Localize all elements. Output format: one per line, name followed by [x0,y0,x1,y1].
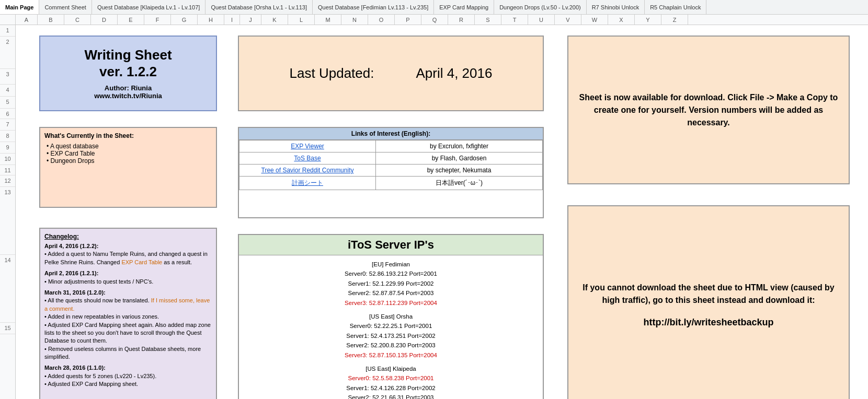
server-orsha-0: Server0: 52.22.25.1 Port=2001 [243,321,539,331]
row-num-11: 11 [0,165,15,175]
tab-exp-card-mapping[interactable]: EXP Card Mapping [434,0,494,14]
col-header-a: A [16,15,38,25]
row-num-13: 13 [0,187,15,255]
ips-content: [EU] Fedimian Server0: 52.86.193.212 Por… [239,255,543,399]
changelog-item-3-3: • Removed useless columns in Quest Datab… [44,345,212,361]
col-header-o: O [368,15,395,25]
col-header-b: B [38,15,64,25]
tab-comment-sheet[interactable]: Comment Sheet [39,0,92,14]
links-desc-1: by Excrulon, fxfighter [376,140,543,152]
tab-quest-db-orsha[interactable]: Quest Database [Orsha Lv.1 - Lv.113] [205,0,313,14]
whats-in-sheet-box: What's Currently in the Sheet: • A quest… [39,127,217,208]
col-header-l: L [288,15,315,25]
writing-sheet-author: Author: Riunia [105,84,152,92]
changelog-entry-2: April 2, 2016 (1.2.1): • Minor adjustmen… [44,269,212,286]
server-eu-0: Server0: 52.86.193.212 Port=2001 [243,269,539,278]
changelog-item-1-0: • Added a quest to Namu Temple Ruins, an… [44,250,212,266]
col-header-x: X [608,15,635,25]
links-row-2: ToS Base by Flash, Gardosen [239,152,543,165]
col-header-n: N [341,15,368,25]
whats-item-2: • EXP Card Table [47,150,212,157]
server-group-eu-name: [EU] Fedimian [243,260,539,269]
links-row-3: Tree of Savior Reddit Community by schep… [239,165,543,177]
server-eu-3: Server3: 52.87.112.239 Port=2004 [243,298,539,308]
row-num-15: 15 [0,323,15,334]
changelog-date-1: April 4, 2016 (1.2.2): [44,242,212,250]
col-header-e: E [118,15,144,25]
links-row-1: EXP Viewer by Excrulon, fxfighter [239,140,543,152]
ips-header: iToS Server IP's [239,235,543,255]
links-row-4: 計画シート 日本語ver(´･ω･`) [239,177,543,190]
server-orsha-1: Server1: 52.4.173.251 Port=2002 [243,331,539,341]
server-group-klaipeda: [US East] Klaipeda Server0: 52.5.58.238 … [243,364,539,399]
row-num-12: 12 [0,175,15,187]
row-numbers: 1 2 3 4 5 6 7 8 9 10 11 12 13 14 15 [0,25,16,399]
row-num-9: 9 [0,142,15,154]
info-top-text: Sheet is now available for download. Cli… [579,91,838,129]
content-area: Writing Sheet ver. 1.2.2 Author: Riunia … [16,25,868,399]
ips-box: iToS Server IP's [EU] Fedimian Server0: … [238,234,544,399]
writing-sheet-website: www.twitch.tv/Riunia [94,92,162,100]
server-group-orsha-name: [US East] Orsha [243,312,539,321]
row-num-5: 5 [0,97,15,109]
server-klaipeda-2: Server2: 52.21.66.31 Port=2003 [243,393,539,399]
changelog-item-3-0: • All the quests should now be translate… [44,297,212,313]
links-header: Links of Interest (English): [239,128,543,140]
col-header-i: I [224,15,240,25]
server-eu-1: Server1: 52.1.229.99 Port=2002 [243,279,539,288]
col-header-c: C [64,15,91,25]
last-updated-box: Last Updated: April 4, 2016 [238,36,544,111]
changelog-item-3-1: • Added in new repeatables in various zo… [44,313,212,321]
links-link-2[interactable]: ToS Base [239,152,376,165]
changelog-entry-1: April 4, 2016 (1.2.2): • Added a quest t… [44,242,212,266]
col-header-g: G [171,15,198,25]
changelog-entry-4: March 28, 2016 (1.1.0): • Added quests f… [44,364,212,388]
col-header-q: Q [421,15,448,25]
server-klaipeda-0: Server0: 52.5.58.238 Port=2001 [243,373,539,383]
tab-r7-shinobi[interactable]: R7 Shinobi Unlock [587,0,645,14]
changelog-box: Changelog: April 4, 2016 (1.2.2): • Adde… [39,228,217,399]
col-header-m: M [315,15,341,25]
writing-sheet-title: Writing Sheet ver. 1.2.2 [84,47,172,79]
info-bottom-link[interactable]: http://bit.ly/writesheetbackup [643,317,773,328]
tab-bar: Main Page Comment Sheet Quest Database [… [0,0,868,15]
whats-item-3: • Dungeon Drops [47,157,212,165]
corner-cell [0,15,16,25]
server-orsha-2: Server2: 52.200.8.230 Port=2003 [243,341,539,350]
links-link-4[interactable]: 計画シート [239,177,376,190]
row-num-10: 10 [0,154,15,165]
col-header-j: J [240,15,261,25]
changelog-date-3: March 31, 2016 (1.2.0): [44,289,212,297]
whats-heading: What's Currently in the Sheet: [44,132,212,139]
column-headers: A B C D E F G H I J K L M N O P Q R S T … [0,15,868,25]
last-updated-label: Last Updated: [290,65,374,81]
col-header-w: W [581,15,608,25]
changelog-item-4-1: • Adjusted EXP Card Mapping sheet. [44,380,212,388]
links-link-1[interactable]: EXP Viewer [239,140,376,152]
info-top-box: Sheet is now available for download. Cli… [567,36,850,184]
row-num-6: 6 [0,109,15,119]
tab-quest-db-klaipeda[interactable]: Quest Database [Klaipeda Lv.1 - Lv.107] [92,0,206,14]
col-header-p: P [395,15,421,25]
server-eu-2: Server2: 52.87.87.54 Port=2003 [243,288,539,298]
links-desc-2: by Flash, Gardosen [376,152,543,165]
tab-main-page[interactable]: Main Page [0,0,39,14]
tab-r5-chaplain[interactable]: R5 Chaplain Unlock [645,0,706,14]
server-group-eu: [EU] Fedimian Server0: 52.86.193.212 Por… [243,260,539,308]
changelog-item-4-0: • Added quests for 5 zones (Lv220 - Lv23… [44,372,212,380]
tab-quest-db-fedimian[interactable]: Quest Database [Fedimian Lv.113 - Lv.235… [313,0,434,14]
row-num-4: 4 [0,85,15,97]
links-link-3[interactable]: Tree of Savior Reddit Community [239,165,376,177]
col-header-v: V [555,15,581,25]
col-header-u: U [528,15,555,25]
row-num-8: 8 [0,131,15,142]
links-box: Links of Interest (English): EXP Viewer … [238,127,544,218]
changelog-date-4: March 28, 2016 (1.1.0): [44,364,212,372]
col-header-y: Y [635,15,661,25]
links-table: EXP Viewer by Excrulon, fxfighter ToS Ba… [239,140,543,190]
col-header-k: K [261,15,288,25]
tab-dungeon-drops[interactable]: Dungeon Drops (Lv.50 - Lv.200) [494,0,587,14]
server-orsha-3: Server3: 52.87.150.135 Port=2004 [243,350,539,360]
col-header-s: S [475,15,501,25]
changelog-item-2-0: • Minor adjustments to quest texts / NPC… [44,278,212,286]
